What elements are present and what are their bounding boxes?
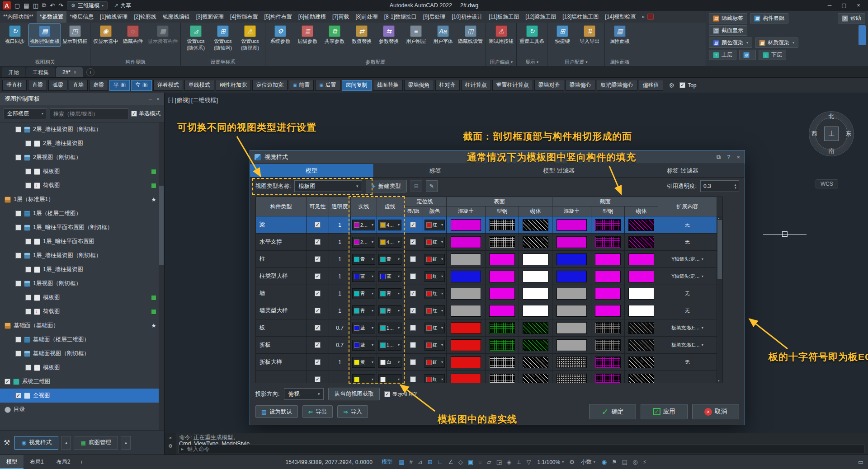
set-default-button[interactable]: ▤ 设为默认: [255, 405, 298, 418]
location-line-checkbox[interactable]: [410, 325, 416, 331]
extension-dropdown[interactable]: 无▾: [658, 354, 717, 371]
location-color-dropdown[interactable]: 红▾: [425, 374, 445, 384]
ribbon-button[interactable]: ⇅ 导入导出: [576, 24, 603, 46]
ribbon-button[interactable]: ↻ 重置工具条: [519, 24, 545, 46]
section-masonry-swatch[interactable]: [628, 322, 654, 334]
opacity-cell[interactable]: 1: [329, 251, 351, 267]
dashed-line-dropdown[interactable]: 蓝▾: [378, 271, 401, 282]
location-color-dropdown[interactable]: 红▾: [425, 237, 445, 248]
ribbon-button[interactable]: ⊞ 设置ucs (随轴网): [210, 24, 236, 52]
ribbon-button[interactable]: ⚠ 测试用按钮: [488, 24, 514, 46]
base-map-button[interactable]: ▦ 底图管理: [74, 436, 118, 450]
toolbar-button[interactable]: ▣ 详看模式: [153, 80, 183, 91]
panel-minimize-icon[interactable]: ─: [149, 96, 152, 102]
section-steel-swatch[interactable]: [595, 305, 621, 317]
favorite-star-icon[interactable]: ★: [151, 196, 156, 203]
surface-steel-swatch[interactable]: [489, 253, 515, 265]
ribbon-group-label[interactable]: 属性面板▾: [607, 58, 633, 66]
extension-dropdown[interactable]: ▾: [658, 371, 717, 383]
visibility-checkbox[interactable]: [315, 222, 321, 228]
menu-tab[interactable]: [12]梁施工图: [522, 11, 559, 23]
ribbon-right-button[interactable]: ⚙ ▾: [739, 50, 756, 60]
ribbon-group-label[interactable]: 显示▾: [519, 58, 545, 66]
opacity-cell[interactable]: 1: [329, 268, 351, 285]
toolbar-button[interactable]: ▣ 直墙: [69, 80, 88, 91]
selection-filter-icon[interactable]: ▽: [526, 459, 531, 465]
solid-line-dropdown[interactable]: 2…▾: [352, 237, 375, 248]
location-color-dropdown[interactable]: 红▾: [425, 340, 445, 351]
toolbar-button[interactable]: ▣ 截面替换: [373, 80, 403, 91]
redo-icon[interactable]: ↷: [58, 2, 63, 9]
navigation-compass[interactable]: 北 西 东 南 上: [809, 111, 854, 156]
section-concrete-swatch[interactable]: [557, 253, 586, 265]
tree-checkbox[interactable]: [15, 155, 21, 160]
dashed-line-dropdown[interactable]: 1…▾: [378, 323, 401, 333]
style-table-row[interactable]: 柱类型大样 1 蓝▾ 蓝▾ 红▾: [256, 268, 717, 285]
isodraft-icon[interactable]: ◇: [458, 459, 463, 465]
tree-item[interactable]: 1层（楼层三维图） ★: [0, 206, 159, 220]
section-masonry-swatch[interactable]: [628, 339, 654, 351]
visibility-checkbox[interactable]: [315, 342, 321, 348]
toolbar-button[interactable]: ▣ 定位边加宽: [252, 80, 288, 91]
surface-masonry-swatch[interactable]: [523, 305, 548, 317]
section-masonry-swatch[interactable]: [628, 219, 654, 231]
menu-extra-icon[interactable]: [647, 14, 654, 20]
section-concrete-swatch[interactable]: [557, 219, 586, 231]
autocad-logo-icon[interactable]: A: [3, 1, 11, 9]
extension-dropdown[interactable]: 无▾: [658, 234, 717, 250]
style-table-row[interactable]: 梁 1 2…▾ 4…▾ 红▾: [256, 216, 717, 234]
tree-item[interactable]: 基础面视图（剖切框） ★: [0, 347, 159, 361]
tree-item[interactable]: 基础面（基础面） ★: [0, 319, 159, 333]
toolbar-button[interactable]: ▣ 垂直柱: [2, 80, 27, 91]
menu-tab[interactable]: [4]智能布置: [227, 11, 261, 23]
layout-tab[interactable]: 模型: [0, 455, 24, 469]
layout-tab[interactable]: 布局2: [50, 455, 77, 469]
location-line-checkbox[interactable]: [410, 222, 416, 228]
single-select-checkbox[interactable]: [131, 111, 137, 117]
minimize-button[interactable]: ─: [823, 1, 836, 10]
section-concrete-swatch[interactable]: [557, 356, 586, 368]
ribbon-right-button[interactable]: ↑ 上层 ▾: [709, 50, 736, 60]
dynamic-input-icon[interactable]: ⊞: [428, 459, 433, 465]
menu-tab[interactable]: [10]初步设计: [448, 11, 486, 23]
save-icon[interactable]: ◫: [33, 2, 38, 9]
tree-checkbox[interactable]: [15, 281, 21, 286]
tree-checkbox[interactable]: [5, 379, 10, 385]
style-table-row[interactable]: 板 0.7 蓝▾ 1…▾ 红▾: [256, 319, 717, 337]
visibility-checkbox[interactable]: [315, 291, 321, 296]
visibility-checkbox[interactable]: [315, 256, 321, 262]
ribbon-right-button[interactable]: ▦ 构件显隐 ▾: [750, 13, 788, 23]
graphics-performance-icon[interactable]: ⚡: [642, 459, 646, 465]
tools-icon[interactable]: ⚒: [4, 438, 10, 447]
toolbar-button[interactable]: ▣ 前置: [289, 80, 314, 91]
viewport-control[interactable]: [俯视]: [175, 96, 190, 104]
units-button[interactable]: 小数 ▾: [581, 458, 595, 466]
new-file-icon[interactable]: ▢: [14, 2, 20, 9]
tree-checkbox[interactable]: [15, 211, 21, 216]
section-concrete-swatch[interactable]: [557, 374, 586, 384]
ribbon-right-button[interactable]: ▨ 颜色渲染 ▾: [709, 38, 752, 48]
toolbar-button[interactable]: ▣ 虚梁: [89, 80, 108, 91]
ribbon-button[interactable]: ≡ 用户图层: [403, 24, 429, 46]
spinner-arrows-icon[interactable]: ▴▾: [734, 183, 736, 189]
tree-item[interactable]: 1层（标准层1） ★: [0, 192, 159, 206]
print-icon[interactable]: ⧉: [42, 2, 46, 9]
solid-line-dropdown[interactable]: ▾: [352, 374, 375, 384]
section-steel-swatch[interactable]: [595, 356, 621, 368]
ribbon-button[interactable]: ⚠ 设置ucs (随视图): [237, 24, 263, 52]
ribbon-button[interactable]: ◌ 隐藏构件: [120, 24, 146, 46]
tree-checkbox[interactable]: [15, 253, 21, 258]
toolbar-button[interactable]: ▣ 梁墙倒角: [404, 80, 434, 91]
tree-item[interactable]: 目录 ★: [0, 403, 159, 417]
toolbar-button[interactable]: ▣ 偏移值: [639, 80, 663, 91]
search-input[interactable]: [50, 108, 128, 119]
favorite-star-icon[interactable]: ★: [151, 322, 156, 329]
isolate-objects-icon[interactable]: ◎: [632, 459, 637, 465]
opacity-cell[interactable]: 1: [329, 302, 351, 319]
polar-tracking-icon[interactable]: ∠: [448, 459, 453, 465]
visibility-checkbox[interactable]: [315, 273, 321, 279]
tree-item[interactable]: 2层_墙柱提资图（剖切框） ★: [0, 122, 159, 136]
layout-tab[interactable]: 布局1: [24, 455, 50, 469]
workspace-switcher[interactable]: ⚙ 三维建模 ▾: [67, 1, 108, 9]
section-concrete-swatch[interactable]: [557, 322, 586, 334]
